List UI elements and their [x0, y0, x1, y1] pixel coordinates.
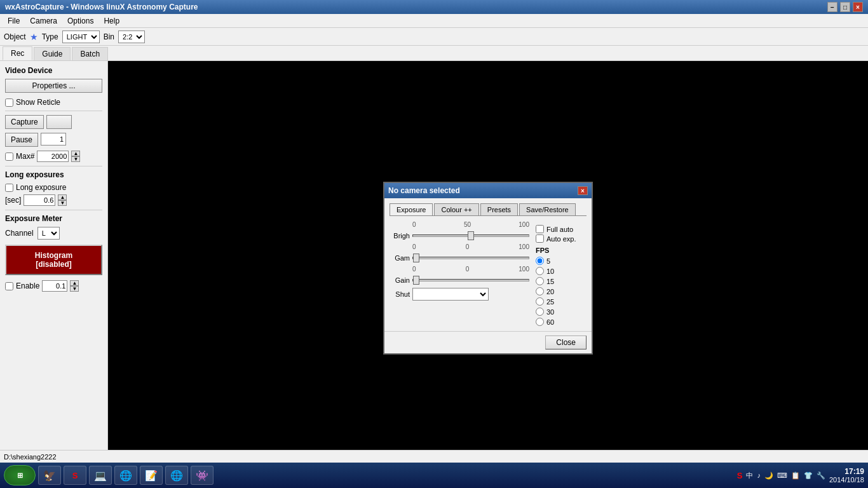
long-exposure-label: Long exposure — [16, 183, 66, 192]
long-exposure-row: Long exposure — [5, 183, 102, 192]
fps-radio-60[interactable] — [536, 318, 544, 326]
fps-label: FPS — [536, 247, 587, 254]
tab-rec[interactable]: Rec — [3, 46, 32, 60]
systray-icon-6: 📋 — [791, 471, 800, 480]
sec-input[interactable] — [24, 194, 55, 206]
taskbar-right: S 中 ♪ 🌙 ⌨ 📋 👕 🔧 17:19 2014/10/18 — [737, 467, 864, 484]
sec-spin-down[interactable]: ▼ — [58, 200, 67, 206]
divider-3 — [5, 210, 102, 210]
max-label: Max# — [16, 152, 34, 161]
fps-option-60[interactable]: 60 — [536, 318, 587, 326]
dialog-title-bar: No camera selected × — [384, 183, 592, 198]
enable-input[interactable] — [42, 280, 67, 292]
fps-col: Full auto Auto exp. FPS — [536, 221, 587, 326]
max-spin-up[interactable]: ▲ — [71, 151, 80, 156]
fps-label-25: 25 — [546, 298, 554, 306]
fps-option-10[interactable]: 10 — [536, 267, 587, 275]
fps-radio-20[interactable] — [536, 287, 544, 295]
fps-radio-30[interactable] — [536, 308, 544, 316]
bin-label: Bin — [104, 32, 114, 41]
capture-row: Capture — [5, 115, 102, 129]
bin-select[interactable]: 1:1 2:2 3:3 4:4 — [118, 30, 145, 43]
brightness-slider[interactable] — [412, 234, 529, 237]
gamma-min: 0 — [412, 243, 416, 250]
taskbar-app-2[interactable]: S — [64, 466, 86, 485]
systray-icon-7: 👕 — [804, 471, 813, 480]
shutter-select[interactable] — [412, 288, 489, 301]
enable-spin-down[interactable]: ▼ — [70, 286, 79, 292]
start-button[interactable]: ⊞ — [4, 465, 36, 485]
capture-button[interactable]: Capture — [5, 115, 44, 129]
sec-spin-up[interactable]: ▲ — [58, 194, 67, 200]
fps-radio-10[interactable] — [536, 267, 544, 275]
enable-spinner: ▲ ▼ — [70, 280, 79, 292]
minimize-button[interactable]: − — [827, 2, 837, 12]
auto-exp-checkbox[interactable] — [536, 234, 544, 243]
taskbar-app-4[interactable]: 🌐 — [114, 466, 137, 485]
clock: 17:19 2014/10/18 — [829, 467, 864, 484]
properties-button[interactable]: Properties ... — [5, 79, 102, 93]
full-auto-checkbox[interactable] — [536, 225, 544, 233]
systray-icon-5: ⌨ — [777, 471, 787, 480]
brightness-row: 0 50 100 Brigh — [390, 221, 529, 240]
max-checkbox[interactable] — [5, 152, 13, 161]
taskbar-app-6[interactable]: 🌐 — [165, 466, 188, 485]
fps-option-15[interactable]: 15 — [536, 277, 587, 285]
dialog-title: No camera selected — [388, 186, 460, 195]
pause-button[interactable]: Pause — [5, 133, 38, 147]
fps-label-20: 20 — [546, 288, 554, 295]
object-label: Object — [4, 32, 26, 41]
fps-option-25[interactable]: 25 — [536, 297, 587, 306]
taskbar-app-3[interactable]: 💻 — [89, 466, 112, 485]
gain-slider[interactable] — [412, 279, 529, 281]
long-exposure-checkbox[interactable] — [5, 184, 13, 192]
auto-checkboxes: Full auto Auto exp. — [536, 225, 587, 243]
sliders-col: 0 50 100 Brigh — [390, 221, 529, 326]
tab-exposure[interactable]: Exposure — [390, 203, 433, 215]
dialog-close-button[interactable]: Close — [545, 336, 587, 349]
status-path: D:\shexiang2222 — [4, 453, 57, 461]
enable-spin-up[interactable]: ▲ — [70, 280, 79, 286]
fps-radio-5[interactable] — [536, 257, 544, 265]
taskbar-app-7[interactable]: 👾 — [191, 466, 214, 485]
divider-1 — [5, 111, 102, 111]
fps-option-20[interactable]: 20 — [536, 287, 587, 295]
capture-value-button[interactable] — [46, 115, 72, 129]
histogram-button[interactable]: Histogram[disabled] — [5, 245, 102, 275]
max-spin-down[interactable]: ▼ — [71, 156, 80, 162]
show-reticle-checkbox[interactable] — [5, 98, 13, 107]
exposure-meter-label: Exposure Meter — [5, 214, 102, 223]
channel-row: Channel L R G B — [5, 227, 102, 240]
taskbar-app-1[interactable]: 🦅 — [38, 466, 61, 485]
fps-label-60: 60 — [546, 318, 554, 326]
max-input[interactable] — [37, 151, 69, 162]
fps-radio-15[interactable] — [536, 277, 544, 285]
menu-camera[interactable]: Camera — [25, 15, 62, 27]
sec-label: [sec] — [5, 196, 21, 205]
dialog-close-icon[interactable]: × — [578, 186, 588, 195]
tab-colour[interactable]: Colour ++ — [434, 203, 478, 215]
gamma-label: Gam — [390, 254, 410, 262]
shutter-label: Shut — [390, 290, 410, 298]
close-button[interactable]: × — [853, 2, 863, 12]
gamma-slider[interactable] — [412, 257, 529, 259]
tab-presets[interactable]: Presets — [480, 203, 518, 215]
taskbar-app-5[interactable]: 📝 — [140, 466, 163, 485]
shutter-row: Shut — [390, 288, 529, 301]
channel-select[interactable]: L R G B — [37, 227, 60, 240]
tab-guide[interactable]: Guide — [34, 47, 71, 60]
menu-file[interactable]: File — [3, 15, 25, 27]
pause-value: 1 — [41, 133, 66, 146]
tab-save-restore[interactable]: Save/Restore — [519, 203, 576, 215]
type-select[interactable]: LIGHT DARK FLAT BIAS — [62, 30, 100, 43]
fps-radio-25[interactable] — [536, 297, 544, 306]
menu-options[interactable]: Options — [62, 15, 98, 27]
enable-checkbox[interactable] — [5, 282, 13, 290]
fps-option-5[interactable]: 5 — [536, 257, 587, 265]
maximize-button[interactable]: □ — [840, 2, 850, 12]
tab-batch[interactable]: Batch — [72, 47, 108, 60]
pause-row: Pause 1 — [5, 133, 102, 147]
fps-label-5: 5 — [546, 257, 550, 265]
fps-option-30[interactable]: 30 — [536, 308, 587, 316]
menu-help[interactable]: Help — [98, 15, 125, 27]
